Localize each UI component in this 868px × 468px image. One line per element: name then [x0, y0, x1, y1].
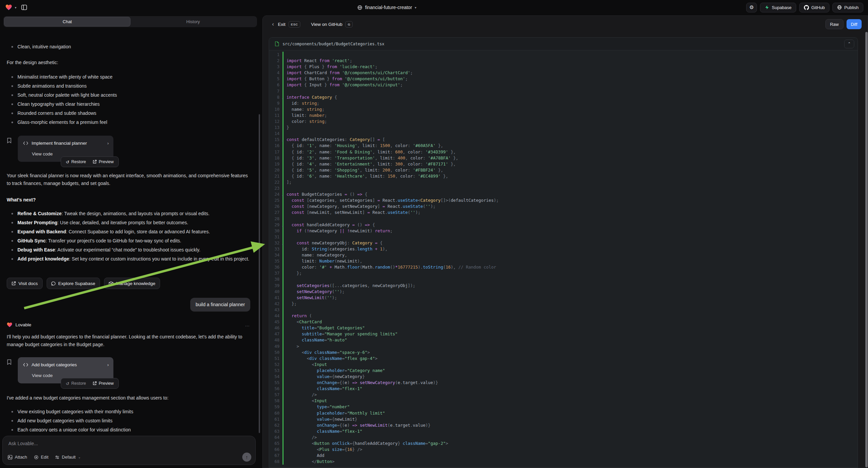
- line-number[interactable]: 67: [269, 452, 282, 459]
- line-number[interactable]: 52: [269, 361, 282, 368]
- supabase-button[interactable]: Supabase: [760, 3, 796, 12]
- line-number[interactable]: 28: [269, 216, 282, 222]
- line-number[interactable]: 36: [269, 264, 282, 270]
- line-number[interactable]: 54: [269, 374, 282, 380]
- line-number[interactable]: 46: [269, 325, 282, 331]
- line-number[interactable]: 10: [269, 107, 282, 113]
- preview-button[interactable]: Preview: [89, 380, 117, 387]
- line-number[interactable]: 15⌄: [269, 137, 282, 143]
- line-number[interactable]: 34: [269, 252, 282, 258]
- view-on-github-link[interactable]: View on GitHub: [311, 22, 343, 27]
- line-number[interactable]: 33: [269, 246, 282, 252]
- bookmark-icon[interactable]: [7, 138, 12, 162]
- file-header[interactable]: src/components/budget/BudgetCategories.t…: [269, 38, 858, 50]
- publish-button[interactable]: Publish: [832, 3, 863, 12]
- line-number[interactable]: 32⌄: [269, 240, 282, 246]
- line-number[interactable]: 42: [269, 301, 282, 307]
- line-number[interactable]: 7: [269, 88, 282, 94]
- github-button[interactable]: GitHub: [799, 3, 829, 12]
- bookmark-icon[interactable]: [7, 359, 12, 383]
- restore-button[interactable]: ↺ Restore: [62, 158, 89, 166]
- line-number[interactable]: 59: [269, 404, 282, 410]
- line-number[interactable]: 60: [269, 410, 282, 416]
- line-number[interactable]: 2: [269, 58, 282, 64]
- exit-button[interactable]: Exit: [278, 22, 285, 27]
- line-number[interactable]: 58: [269, 398, 282, 404]
- line-number[interactable]: 63: [269, 429, 282, 434]
- line-number[interactable]: 31: [269, 234, 282, 240]
- line-number[interactable]: 1: [269, 52, 282, 58]
- line-number[interactable]: 66: [269, 446, 282, 452]
- line-number[interactable]: 11: [269, 113, 282, 118]
- tab-history[interactable]: History: [130, 17, 256, 26]
- line-number[interactable]: 4: [269, 70, 282, 76]
- version-card-add-budget-categories[interactable]: Add budget categories › View code ↺ Rest…: [18, 357, 114, 383]
- version-card-implement-financial-planner[interactable]: Implement financial planner › View code …: [18, 136, 114, 162]
- project-switcher[interactable]: financial-future-creator ▾: [357, 0, 416, 15]
- line-number[interactable]: 27: [269, 209, 282, 215]
- line-number[interactable]: 14: [269, 130, 282, 137]
- line-number[interactable]: 45: [269, 319, 282, 325]
- line-number[interactable]: 47: [269, 331, 282, 337]
- code-editor[interactable]: 12import React from 'react';3import { Pl…: [269, 51, 858, 467]
- line-number[interactable]: 9: [269, 100, 282, 107]
- lovable-logo-icon[interactable]: [5, 4, 12, 10]
- logo-chevron-down-icon[interactable]: ▾: [15, 6, 17, 9]
- line-number[interactable]: 48: [269, 337, 282, 343]
- line-number[interactable]: 5: [269, 76, 282, 82]
- line-number[interactable]: 40: [269, 289, 282, 295]
- collapse-file-button[interactable]: ⌃: [844, 39, 854, 48]
- line-number[interactable]: 6: [269, 82, 282, 88]
- line-number[interactable]: 51: [269, 355, 282, 361]
- line-number[interactable]: 8⌄: [269, 94, 282, 100]
- line-number[interactable]: 3: [269, 64, 282, 70]
- sidebar-toggle-icon[interactable]: [21, 4, 27, 10]
- line-number[interactable]: 53: [269, 368, 282, 374]
- prompt-composer[interactable]: Ask Lovable... Attach Edit: [2, 436, 256, 465]
- line-number[interactable]: 62: [269, 422, 282, 429]
- line-number[interactable]: 24⌄: [269, 192, 282, 197]
- line-number[interactable]: 12: [269, 118, 282, 124]
- line-number[interactable]: 37: [269, 270, 282, 276]
- tab-chat[interactable]: Chat: [4, 17, 130, 26]
- diff-toggle-button[interactable]: Diff: [846, 19, 862, 29]
- line-number[interactable]: 56: [269, 386, 282, 392]
- line-number[interactable]: 39: [269, 283, 282, 289]
- line-number[interactable]: 19: [269, 161, 282, 167]
- chat-scrollbar[interactable]: [259, 114, 260, 433]
- line-number[interactable]: 20: [269, 167, 282, 173]
- line-number[interactable]: 25: [269, 197, 282, 203]
- preview-button[interactable]: Preview: [89, 158, 117, 166]
- prompt-input[interactable]: Ask Lovable...: [8, 441, 250, 446]
- attach-button[interactable]: Attach: [8, 455, 27, 460]
- visit-docs-button[interactable]: Visit docs: [7, 277, 42, 289]
- settings-button[interactable]: ⚙: [746, 3, 757, 12]
- mode-selector[interactable]: Default ⌄: [55, 455, 81, 460]
- line-number[interactable]: 38: [269, 276, 282, 282]
- raw-toggle-button[interactable]: Raw: [826, 19, 843, 29]
- manage-knowledge-button[interactable]: Manage knowledge: [104, 277, 160, 289]
- line-number[interactable]: 35: [269, 258, 282, 264]
- line-number[interactable]: 26: [269, 203, 282, 209]
- line-number[interactable]: 57: [269, 392, 282, 398]
- line-number[interactable]: 23: [269, 185, 282, 192]
- edit-button[interactable]: Edit: [34, 455, 48, 460]
- line-number[interactable]: 50: [269, 350, 282, 355]
- line-number[interactable]: 55: [269, 380, 282, 386]
- line-number[interactable]: 18: [269, 155, 282, 161]
- explore-supabase-button[interactable]: Explore Supabase: [46, 277, 100, 289]
- back-chevron-icon[interactable]: ‹: [272, 21, 274, 27]
- window-scrollbar[interactable]: [865, 32, 868, 467]
- line-number[interactable]: 49: [269, 344, 282, 350]
- line-number[interactable]: 30: [269, 228, 282, 234]
- line-number[interactable]: 61: [269, 416, 282, 422]
- line-number[interactable]: 44: [269, 313, 282, 319]
- line-number[interactable]: 41: [269, 295, 282, 301]
- line-number[interactable]: 22: [269, 179, 282, 185]
- line-number[interactable]: 21: [269, 173, 282, 179]
- line-number[interactable]: 64: [269, 434, 282, 440]
- send-button[interactable]: ↑: [242, 452, 251, 462]
- restore-button[interactable]: ↺ Restore: [62, 380, 89, 387]
- line-number[interactable]: 17: [269, 149, 282, 155]
- line-number[interactable]: 13: [269, 124, 282, 130]
